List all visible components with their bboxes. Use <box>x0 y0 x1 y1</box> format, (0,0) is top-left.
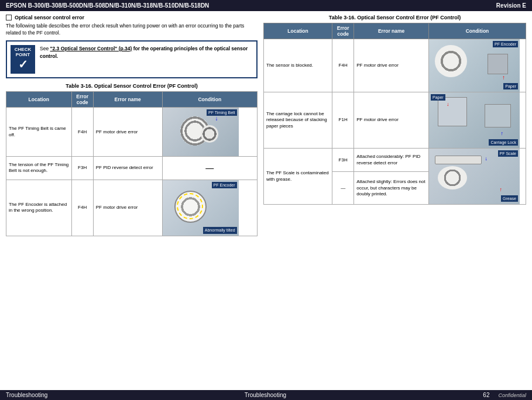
right-column: Table 3-16. Optical Sensor Control Error… <box>263 15 526 382</box>
cell-error-name-r: PF motor drive error <box>354 39 429 92</box>
checkbox-line: Optical sensor control error <box>6 15 258 20</box>
cell-error-code-r3a: F3H <box>332 149 354 172</box>
table-row: The tension of the PF Timing Belt is not… <box>6 157 258 180</box>
left-error-table: Location Errorcode Error name Condition … <box>6 91 258 236</box>
cell-location-r: The sensor is blocked. <box>264 39 332 92</box>
header-title: EPSON B-300/B-308/B-500DN/B-508DN/B-310N… <box>6 2 209 9</box>
table-row: The PF Scale is contaminated with grease… <box>264 149 526 172</box>
cell-location: The PF Encoder is attached in the wrong … <box>6 180 72 236</box>
cell-location-r2: The carriage lock cannot be released bec… <box>264 92 332 149</box>
arrow-carriage: ↑ <box>500 130 503 137</box>
arrow-scale: ↓ <box>485 156 488 163</box>
footer-page: 62 <box>483 392 489 398</box>
checkmark-icon: ✓ <box>18 57 28 71</box>
check-point-text: See "2.3 Optical Sensor Control" (p.34) … <box>40 45 253 74</box>
col-condition-r: Condition <box>428 23 526 39</box>
cell-error-name: PF motor drive error <box>93 180 162 236</box>
description-text: The following table describes the error … <box>6 23 258 37</box>
header-revision: Revision E <box>496 2 526 9</box>
right-table-caption: Table 3-16. Optical Sensor Control Error… <box>263 15 526 20</box>
cell-error-name-r3b: Attached slightly: Errors does not occur… <box>354 172 429 205</box>
cell-error-name-r2: PF motor drive error <box>354 92 429 149</box>
col-location: Location <box>6 92 72 108</box>
label-pf-timing-belt: PF Timing Belt <box>207 109 237 116</box>
cell-error-code-r2: F1H <box>332 92 354 149</box>
condition-image-r2: Paper ↓ Carriage Lock ↑ <box>429 92 520 148</box>
label-pf-scale: PF Scale <box>498 150 518 157</box>
label-paper-r2: Paper <box>431 94 445 101</box>
cell-location-r3: The PF Scale is contaminated with grease… <box>264 149 332 205</box>
page-footer: Troubleshooting Troubleshooting 62 Confi… <box>0 390 532 400</box>
label-paper-r1: Paper <box>503 83 518 89</box>
check-point-box: CHECK POINT ✓ See "2.3 Optical Sensor Co… <box>6 40 258 79</box>
checkbox-label: Optical sensor control error <box>15 15 84 20</box>
label-grease: Grease <box>501 195 518 202</box>
arrow-paper-r2: ↓ <box>447 101 449 108</box>
label-pf-encoder-3: PF Encoder <box>212 182 237 188</box>
cell-condition: — <box>162 157 257 180</box>
table-row: The carriage lock cannot be released bec… <box>264 92 526 149</box>
cell-error-code: F4H <box>71 108 93 157</box>
col-location-r: Location <box>264 23 332 39</box>
checkbox[interactable] <box>6 15 12 20</box>
footer-center: Troubleshooting <box>245 392 286 398</box>
col-error-code-r: Errorcode <box>332 23 354 39</box>
table-row: The sensor is blocked. F4H PF motor driv… <box>264 39 526 92</box>
table-row: The PF Encoder is attached in the wrong … <box>6 180 258 236</box>
main-content: Optical sensor control error The followi… <box>0 11 532 385</box>
col-error-code: Errorcode <box>71 92 93 108</box>
condition-image-r1: PF Encoder Paper ↑ <box>429 39 520 92</box>
condition-image-r3: PF Scale Grease ↑ ↓ <box>429 149 520 204</box>
left-column: Optical sensor control error The followi… <box>6 15 258 382</box>
cell-error-name-r3a: Attached considerably: PF PID reverse de… <box>354 149 429 172</box>
cell-condition-r3: PF Scale Grease ↑ ↓ <box>428 149 526 205</box>
cell-error-code-r3b: — <box>332 172 354 205</box>
condition-image-3: PF Encoder Abnormally tilted <box>163 180 239 236</box>
cell-condition: PF Encoder Abnormally tilted <box>162 180 257 236</box>
page-header: EPSON B-300/B-308/B-500DN/B-508DN/B-310N… <box>0 0 532 11</box>
cell-error-name: PF motor drive error <box>93 108 162 157</box>
cell-location: The tension of the PF Timing Belt is not… <box>6 157 72 180</box>
cell-error-code: F3H <box>71 157 93 180</box>
footer-confidential: Confidential <box>498 392 526 398</box>
footer-left: Troubleshooting <box>6 392 47 398</box>
table-row: The PF Timing Belt is came off. F4H PF m… <box>6 108 258 157</box>
col-condition: Condition <box>162 92 257 108</box>
col-error-name: Error name <box>93 92 162 108</box>
arrow-grease: ↑ <box>499 187 502 194</box>
check-point-badge: CHECK POINT ✓ <box>11 45 35 74</box>
cell-error-name: PF PID reverse detect error <box>93 157 162 180</box>
right-error-table: Location Errorcode Error name Condition … <box>263 23 526 205</box>
cell-condition-r2: Paper ↓ Carriage Lock ↑ <box>428 92 526 149</box>
check-point-link[interactable]: "2.3 Optical Sensor Control" (p.34) <box>50 46 132 51</box>
col-error-name-r: Error name <box>354 23 429 39</box>
arrow-paper-r1: ↑ <box>502 74 505 81</box>
cell-condition: PF Timing Belt ↓ <box>162 108 257 157</box>
cell-location: The PF Timing Belt is came off. <box>6 108 72 157</box>
cell-error-code: F4H <box>71 180 93 236</box>
label-abnormally-tilted: Abnormally tilted <box>203 227 237 233</box>
cell-condition-r: PF Encoder Paper ↑ <box>428 39 526 92</box>
arrow-timing-belt: ↓ <box>215 115 218 122</box>
cell-error-code-r: F4H <box>332 39 354 92</box>
label-carriage-lock: Carriage Lock <box>489 139 518 146</box>
label-pf-encoder-r1: PF Encoder <box>493 41 518 47</box>
condition-image-1: PF Timing Belt ↓ <box>163 108 239 156</box>
left-table-caption: Table 3-16. Optical Sensor Control Error… <box>6 83 258 89</box>
